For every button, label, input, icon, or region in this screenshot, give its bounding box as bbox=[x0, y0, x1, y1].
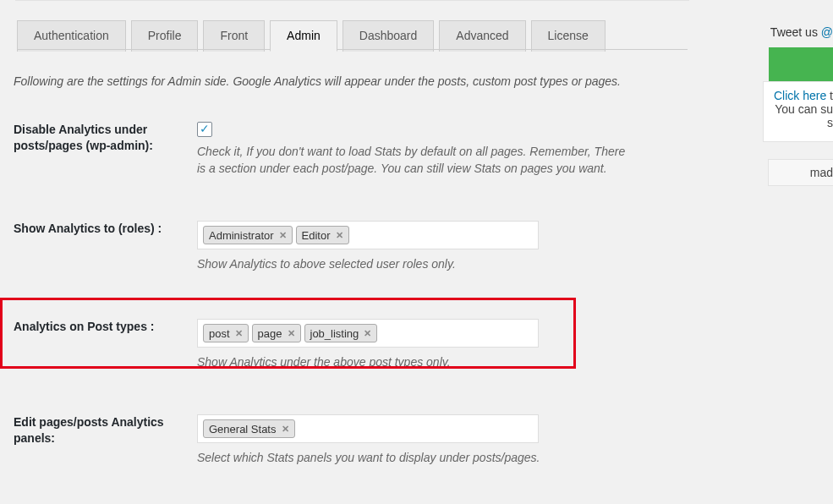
setting-help: Show Analytics under the above post type… bbox=[197, 354, 637, 371]
post-types-select[interactable]: post✕ page✕ job_listing✕ bbox=[197, 319, 539, 348]
setting-label: Edit pages/posts Analytics panels: bbox=[14, 414, 187, 446]
remove-tag-icon[interactable]: ✕ bbox=[279, 230, 287, 241]
tab-advanced[interactable]: Advanced bbox=[439, 20, 525, 52]
sidebar-info-card: Click here t You can su s bbox=[763, 81, 833, 142]
setting-help: Show Analytics to above selected user ro… bbox=[197, 256, 637, 273]
sidebar-tweet-text: Tweet us @ bbox=[770, 25, 833, 39]
sidebar-green-button[interactable] bbox=[769, 47, 833, 81]
tab-license[interactable]: License bbox=[531, 20, 606, 52]
click-here-link[interactable]: Click here bbox=[774, 89, 826, 102]
setting-help: Check it, If you don't want to load Stat… bbox=[197, 144, 637, 177]
remove-tag-icon[interactable]: ✕ bbox=[336, 230, 343, 241]
post-type-tag[interactable]: job_listing✕ bbox=[304, 324, 378, 342]
setting-help: Select which Stats panels you want to di… bbox=[197, 450, 637, 467]
role-tag[interactable]: Editor✕ bbox=[296, 226, 349, 244]
post-type-tag[interactable]: post✕ bbox=[203, 324, 249, 342]
post-type-tag[interactable]: page✕ bbox=[252, 324, 301, 342]
sidebar-footer-bar: mad bbox=[768, 159, 833, 186]
setting-label: Show Analytics to (roles) : bbox=[14, 221, 187, 237]
role-tag[interactable]: Administrator✕ bbox=[203, 226, 293, 244]
twitter-link[interactable]: @ bbox=[821, 25, 833, 39]
remove-tag-icon[interactable]: ✕ bbox=[235, 328, 243, 339]
remove-tag-icon[interactable]: ✕ bbox=[364, 328, 371, 339]
tab-intro-text: Following are the settings for Admin sid… bbox=[14, 74, 621, 88]
panel-tag[interactable]: General Stats✕ bbox=[203, 419, 295, 438]
disable-analytics-checkbox[interactable] bbox=[197, 122, 212, 137]
tab-authentication[interactable]: Authentication bbox=[17, 20, 126, 52]
remove-tag-icon[interactable]: ✕ bbox=[288, 328, 295, 339]
setting-label: Disable Analytics under posts/pages (wp-… bbox=[14, 122, 187, 154]
tabs-nav: Authentication Profile Front Admin Dashb… bbox=[17, 20, 606, 52]
roles-select[interactable]: Administrator✕ Editor✕ bbox=[197, 221, 539, 249]
tab-front[interactable]: Front bbox=[203, 20, 265, 52]
panels-select[interactable]: General Stats✕ bbox=[197, 414, 539, 443]
remove-tag-icon[interactable]: ✕ bbox=[282, 424, 289, 435]
setting-label: Analytics on Post types : bbox=[14, 319, 187, 335]
tab-profile[interactable]: Profile bbox=[131, 20, 199, 52]
tab-dashboard[interactable]: Dashboard bbox=[343, 20, 435, 52]
tab-admin[interactable]: Admin bbox=[270, 20, 337, 52]
